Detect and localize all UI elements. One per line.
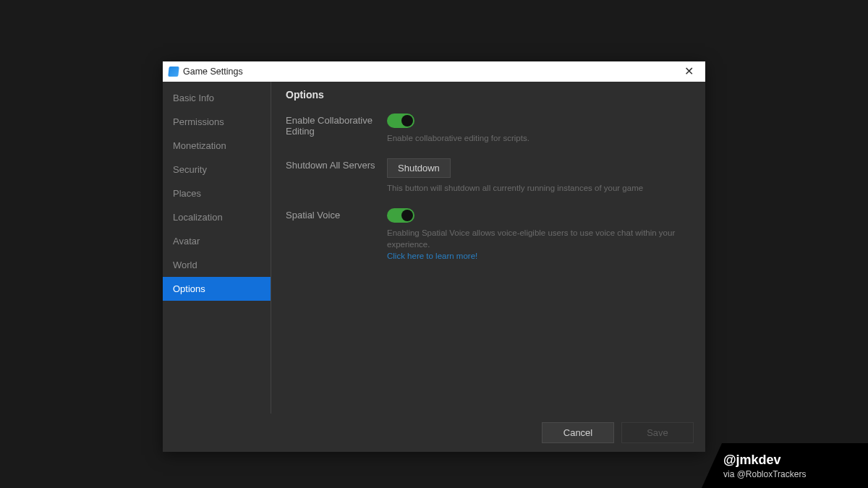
collab-label: Enable Collaborative Editing [286,114,387,144]
titlebar: Game Settings ✕ [163,61,705,82]
window-body: Basic Info Permissions Monetization Secu… [163,82,705,414]
sidebar-item-security[interactable]: Security [163,158,271,181]
row-spatial-voice: Spatial Voice Enabling Spatial Voice all… [286,208,691,262]
spatial-learn-more-link[interactable]: Click here to learn more! [387,252,477,260]
sidebar-item-localization[interactable]: Localization [163,205,271,229]
shutdown-helper: This button will shutdown all currently … [387,182,691,194]
section-title: Options [286,89,691,100]
watermark-handle: @jmkdev [723,453,868,468]
watermark: @jmkdev via @RobloxTrackers [702,443,868,488]
game-settings-window: Game Settings ✕ Basic Info Permissions M… [163,61,705,452]
sidebar-item-avatar[interactable]: Avatar [163,229,271,253]
collab-toggle[interactable] [387,114,414,128]
sidebar-item-places[interactable]: Places [163,181,271,205]
sidebar-item-basic-info[interactable]: Basic Info [163,86,271,110]
row-shutdown-servers: Shutdown All Servers Shutdown This butto… [286,158,691,194]
collab-control: Enable collaborative editing for scripts… [387,114,691,144]
spatial-label: Spatial Voice [286,208,387,262]
shutdown-button[interactable]: Shutdown [387,158,451,178]
spatial-control: Enabling Spatial Voice allows voice-elig… [387,208,691,262]
close-button[interactable]: ✕ [678,66,699,77]
content-pane: Options Enable Collaborative Editing Ena… [271,82,705,414]
row-collaborative-editing: Enable Collaborative Editing Enable coll… [286,114,691,144]
spatial-toggle[interactable] [387,208,414,223]
sidebar-item-permissions[interactable]: Permissions [163,110,271,134]
sidebar: Basic Info Permissions Monetization Secu… [163,82,271,414]
collab-helper: Enable collaborative editing for scripts… [387,132,691,144]
spatial-helper: Enabling Spatial Voice allows voice-elig… [387,227,691,262]
cancel-button[interactable]: Cancel [542,422,614,443]
sidebar-item-monetization[interactable]: Monetization [163,134,271,158]
footer: Cancel Save [163,414,705,452]
sidebar-item-options[interactable]: Options [163,277,271,301]
shutdown-label: Shutdown All Servers [286,158,387,194]
spatial-helper-text: Enabling Spatial Voice allows voice-elig… [387,228,675,249]
save-button[interactable]: Save [621,422,694,443]
sidebar-item-world[interactable]: World [163,253,271,277]
shutdown-control: Shutdown This button will shutdown all c… [387,158,691,194]
app-icon [168,67,179,77]
window-title: Game Settings [183,67,243,77]
watermark-via: via @RobloxTrackers [723,469,868,479]
titlebar-left: Game Settings [169,67,243,77]
